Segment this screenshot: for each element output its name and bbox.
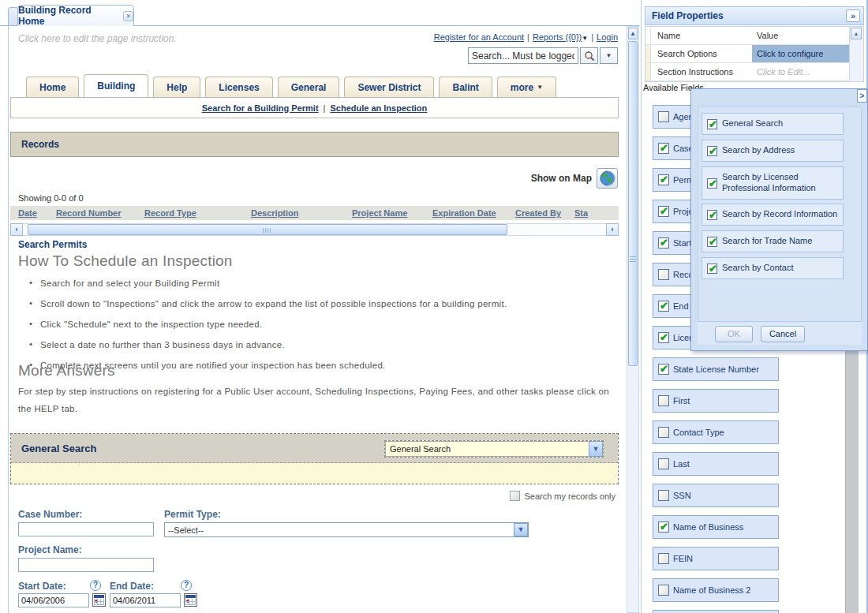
checkbox-icon[interactable] (658, 521, 669, 533)
cancel-button[interactable]: Cancel (761, 326, 805, 342)
column-record-type[interactable]: Record Type (144, 208, 251, 218)
checkbox-icon[interactable] (707, 237, 717, 247)
option-search-by-record-information[interactable]: Search by Record Information (702, 204, 844, 226)
field-item[interactable]: Name of Business (653, 515, 779, 539)
scrollbar-thumb[interactable] (628, 41, 638, 366)
start-date-help-icon[interactable]: ? (90, 580, 101, 591)
chevron-down-icon[interactable]: ▼ (589, 441, 603, 457)
end-date-help-icon[interactable]: ? (181, 580, 192, 591)
permit-type-select[interactable]: --Select-- ▼ (164, 522, 529, 537)
workspace-tab-building-record-home[interactable]: Building Record Home × (17, 5, 134, 26)
checkbox-icon[interactable] (658, 111, 669, 122)
register-link[interactable]: Register for an Account (434, 32, 524, 42)
tab-building[interactable]: Building (84, 74, 148, 97)
checkbox-icon[interactable] (658, 143, 669, 154)
search-my-records-checkbox[interactable] (510, 491, 520, 501)
end-date-calendar-icon[interactable] (184, 593, 197, 607)
option-search-by-contact[interactable]: Search by Contact (702, 257, 844, 279)
checkbox-icon[interactable] (707, 146, 717, 156)
search-options-dropdown-button[interactable]: ▼ (600, 47, 618, 64)
tab-more[interactable]: more▼ (497, 77, 556, 97)
collapse-panel-icon[interactable]: » (846, 9, 860, 22)
search-input[interactable] (468, 47, 578, 64)
scroll-up-icon[interactable]: ▲ (851, 28, 862, 39)
page-instruction[interactable]: Click here to edit the page instruction. (18, 33, 177, 44)
field-item[interactable]: State License Number (653, 357, 779, 381)
scroll-left-icon[interactable]: ‹ (10, 223, 23, 236)
checkbox-icon[interactable] (707, 264, 717, 274)
ok-button[interactable]: OK (715, 326, 753, 342)
case-number-input[interactable] (18, 522, 154, 536)
records-horizontal-scrollbar[interactable]: ‹ › (10, 223, 619, 236)
panel-scrollbar[interactable] (845, 351, 859, 613)
checkbox-icon[interactable] (658, 269, 669, 280)
option-search-for-trade-name[interactable]: Search for Trade Name (702, 230, 844, 252)
search-type-select[interactable]: General Search (385, 441, 589, 457)
section-instructions-edit-cell[interactable]: Click to Edit... (752, 63, 849, 80)
login-link[interactable]: Login (597, 32, 618, 42)
checkbox-icon[interactable] (658, 237, 669, 249)
tab-licenses[interactable]: Licenses (205, 77, 272, 97)
search-button[interactable] (580, 47, 598, 64)
column-record-number[interactable]: Record Number (56, 208, 144, 218)
checkbox-icon[interactable] (658, 458, 669, 469)
column-description[interactable]: Description (251, 208, 352, 218)
checkbox-icon[interactable] (658, 585, 669, 596)
checkbox-icon[interactable] (658, 395, 669, 406)
show-on-map-button[interactable] (597, 168, 618, 189)
option-search-by-licensed-professional[interactable]: Search by Licensed Professional Informat… (702, 166, 844, 200)
field-item[interactable]: Name of Business 2 (653, 578, 779, 602)
tab-general[interactable]: General (278, 77, 340, 97)
search-building-permit-link[interactable]: Search for a Building Permit (202, 103, 319, 113)
search-permits-link[interactable]: Search Permits (18, 239, 87, 250)
tab-help[interactable]: Help (153, 77, 200, 97)
scroll-right-icon[interactable]: › (606, 223, 619, 236)
tab-balint[interactable]: Balint (439, 77, 492, 97)
main-vertical-scrollbar[interactable]: ▲ (627, 26, 639, 613)
column-status[interactable]: Sta (574, 208, 619, 218)
column-project-name[interactable]: Project Name (352, 208, 432, 218)
schedule-inspection-link[interactable]: Schedule an Inspection (330, 103, 427, 113)
checkbox-icon[interactable] (658, 490, 669, 501)
option-search-by-address[interactable]: Search by Address (702, 140, 844, 162)
field-item-partial[interactable] (653, 610, 779, 613)
grid-scrollbar[interactable]: ▲ (849, 27, 863, 81)
field-item[interactable]: FEIN (653, 547, 779, 570)
field-item[interactable]: Contact Type (653, 421, 779, 444)
scrollbar-thumb[interactable] (28, 224, 507, 235)
checkbox-icon[interactable] (658, 301, 669, 312)
checkbox-icon[interactable] (658, 174, 669, 185)
field-item[interactable]: Last (653, 452, 779, 476)
field-item[interactable]: First (653, 389, 779, 413)
column-expiration-date[interactable]: Expiration Date (432, 208, 515, 218)
option-general-search[interactable]: General Search (702, 113, 844, 135)
end-date-input[interactable] (110, 593, 181, 607)
reports-dropdown-icon[interactable]: ▼ (582, 35, 588, 42)
tab-label: Sewer District (357, 82, 421, 93)
column-created-by[interactable]: Created By (515, 208, 574, 218)
globe-icon (600, 170, 615, 186)
close-icon[interactable]: × (123, 11, 133, 21)
checkbox-icon[interactable] (707, 178, 717, 189)
scroll-up-icon[interactable]: ▲ (628, 28, 638, 39)
scrollbar-track[interactable] (23, 223, 606, 236)
checkbox-icon[interactable] (658, 553, 669, 564)
search-options-configure-cell[interactable]: Click to configure (752, 45, 849, 62)
project-name-input[interactable] (18, 558, 154, 572)
general-search-header: General Search General Search ▼ (11, 434, 618, 463)
checkbox-icon[interactable] (658, 427, 669, 438)
reports-link[interactable]: Reports ({0}) (533, 32, 582, 42)
field-item[interactable]: SSN (653, 484, 779, 507)
start-date-input[interactable] (18, 593, 89, 607)
search-type-select-wrap: General Search ▼ (384, 440, 604, 458)
tab-sewer-district[interactable]: Sewer District (344, 77, 434, 97)
checkbox-icon[interactable] (658, 206, 669, 217)
checkbox-icon[interactable] (707, 119, 717, 129)
checkbox-icon[interactable] (658, 364, 669, 375)
tab-home[interactable]: Home (26, 77, 79, 97)
checkbox-icon[interactable] (707, 210, 717, 220)
popup-close-icon[interactable]: > (857, 89, 867, 103)
checkbox-icon[interactable] (658, 332, 669, 343)
column-date[interactable]: Date (10, 208, 56, 218)
start-date-calendar-icon[interactable] (92, 593, 106, 607)
